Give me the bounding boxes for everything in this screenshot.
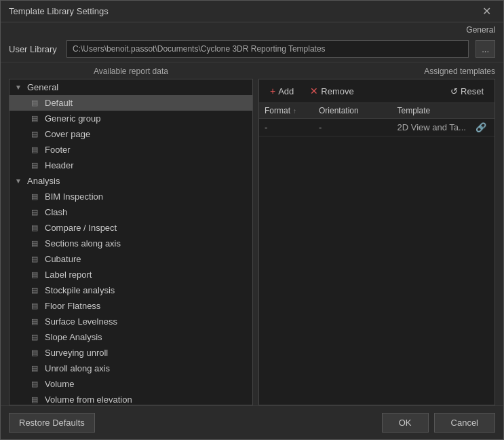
- reset-label: Reset: [461, 86, 484, 96]
- sort-format-icon: ↑: [293, 107, 296, 115]
- item-icon-bim: ▤: [31, 192, 41, 201]
- tree-item-footer[interactable]: ▤ Footer: [9, 142, 252, 158]
- tree-item-surveying-unroll[interactable]: ▤ Surveying unroll: [9, 345, 252, 361]
- bottom-bar: Restore Defaults OK Cancel: [1, 405, 503, 439]
- add-icon: +: [270, 86, 275, 96]
- item-icon-sections: ▤: [31, 239, 41, 248]
- tree-item-label: Label report: [45, 270, 92, 280]
- tree-item-bim-inspection[interactable]: ▤ BIM Inspection: [9, 189, 252, 204]
- tree-item-label: Volume from elevation: [45, 395, 132, 405]
- title-bar: Template Library Settings ✕: [1, 1, 503, 22]
- tree-item-sections-along-axis[interactable]: ▤ Sections along axis: [9, 236, 252, 251]
- ok-button[interactable]: OK: [382, 413, 429, 433]
- tree-container[interactable]: ▼ General ▤ Default ▤ Generic group ▤ Co…: [9, 79, 253, 405]
- col-orientation-header[interactable]: Orientation: [319, 106, 398, 115]
- tree-item-default[interactable]: ▤ Default: [9, 95, 252, 111]
- tree-item-compare-inspect[interactable]: ▤ Compare / Inspect: [9, 220, 252, 236]
- tree-item-label: Compare / Inspect: [45, 223, 117, 233]
- item-icon-stockpile: ▤: [31, 286, 41, 295]
- col-link-header: [476, 106, 489, 115]
- tree-item-cover-page[interactable]: ▤ Cover page: [9, 126, 252, 142]
- tree-item-header[interactable]: ▤ Header: [9, 158, 252, 173]
- table-header: Format ↑ Orientation Template: [259, 103, 495, 119]
- row-orientation: -: [319, 122, 398, 132]
- add-label: Add: [278, 86, 294, 96]
- tree-item-label: Header: [45, 160, 74, 170]
- tree-item-label: Cubature: [45, 254, 81, 264]
- cancel-button[interactable]: Cancel: [434, 413, 495, 433]
- tree-item-unroll-along-axis[interactable]: ▤ Unroll along axis: [9, 361, 252, 376]
- col-format-header[interactable]: Format ↑: [265, 106, 319, 115]
- assigned-toolbar: + Add ✕ Remove ↺ Reset: [259, 79, 495, 103]
- reset-icon: ↺: [450, 86, 458, 96]
- user-library-row: User Library ...: [1, 36, 503, 62]
- item-icon-default: ▤: [31, 98, 41, 107]
- tree-item-label: Surface Levelness: [45, 316, 117, 327]
- item-icon-generic: ▤: [31, 114, 41, 123]
- tree-item-label: Volume: [45, 379, 74, 389]
- tree-item-label: Floor Flatness: [45, 301, 100, 311]
- remove-button[interactable]: ✕ Remove: [305, 84, 359, 98]
- item-icon-slope: ▤: [31, 333, 41, 342]
- tree-item-floor-flatness[interactable]: ▤ Floor Flatness: [9, 298, 252, 314]
- tree-item-label: Generic group: [45, 113, 100, 124]
- tree-item-label: Footer: [45, 145, 71, 155]
- item-icon-surface: ▤: [31, 317, 41, 326]
- tree-item-label: Surveying unroll: [45, 348, 108, 358]
- close-icon: ✕: [482, 5, 491, 17]
- available-report-data-header: Available report data: [9, 62, 253, 79]
- item-icon-floor: ▤: [31, 301, 41, 310]
- item-icon-label-report: ▤: [31, 270, 41, 279]
- close-button[interactable]: ✕: [478, 5, 495, 18]
- main-content: Available report data ▼ General ▤ Defaul…: [1, 62, 503, 405]
- dialog-title: Template Library Settings: [9, 6, 109, 16]
- row-template: 2D View and Ta...: [398, 122, 476, 132]
- table-row[interactable]: - - 2D View and Ta... 🔗: [259, 119, 495, 136]
- tree-item-slope-analysis[interactable]: ▤ Slope Analysis: [9, 329, 252, 345]
- item-icon-compare: ▤: [31, 223, 41, 232]
- browse-button[interactable]: ...: [476, 40, 495, 58]
- general-tab-label: General: [1, 22, 503, 36]
- reset-button[interactable]: ↺ Reset: [445, 84, 489, 98]
- col-template-header[interactable]: Template: [398, 106, 476, 115]
- item-icon-cubature: ▤: [31, 255, 41, 263]
- remove-icon: ✕: [310, 86, 318, 96]
- right-panel: Assigned templates + Add ✕ Remove ↺ Rese…: [258, 62, 495, 405]
- assigned-templates-container: + Add ✕ Remove ↺ Reset Format: [258, 79, 495, 405]
- item-icon-footer: ▤: [31, 145, 41, 154]
- item-icon-unroll: ▤: [31, 364, 41, 373]
- user-library-label: User Library: [9, 44, 60, 54]
- remove-label: Remove: [321, 86, 353, 96]
- tree-item-label: Sections along axis: [45, 238, 121, 249]
- restore-defaults-button[interactable]: Restore Defaults: [9, 413, 95, 433]
- item-icon-clash: ▤: [31, 208, 41, 217]
- tree-group-analysis[interactable]: ▼ Analysis: [9, 173, 252, 189]
- tree-item-surface-levelness[interactable]: ▤ Surface Levelness: [9, 314, 252, 329]
- tree-group-general[interactable]: ▼ General: [9, 79, 252, 95]
- expand-general-icon: ▼: [15, 84, 23, 91]
- item-icon-surveying: ▤: [31, 348, 41, 357]
- tree-item-volume[interactable]: ▤ Volume: [9, 376, 252, 392]
- tree-item-label: Slope Analysis: [45, 332, 102, 342]
- table-body: - - 2D View and Ta... 🔗: [259, 119, 495, 405]
- item-icon-volume-elev: ▤: [31, 395, 41, 404]
- tree-item-label: Unroll along axis: [45, 363, 110, 373]
- tree-item-stockpile[interactable]: ▤ Stockpile analysis: [9, 282, 252, 298]
- tree-item-label: Default: [45, 98, 73, 108]
- tree-item-clash[interactable]: ▤ Clash: [9, 204, 252, 220]
- tree-item-label: BIM Inspection: [45, 191, 103, 202]
- tree-item-generic-group[interactable]: ▤ Generic group: [9, 111, 252, 126]
- user-library-path-input[interactable]: [66, 40, 469, 58]
- tree-item-label-report[interactable]: ▤ Label report: [9, 267, 252, 282]
- tree-item-volume-from-elevation[interactable]: ▤ Volume from elevation: [9, 392, 252, 405]
- dialog-buttons: OK Cancel: [382, 413, 495, 433]
- row-format: -: [265, 122, 319, 132]
- tree-item-cubature[interactable]: ▤ Cubature: [9, 251, 252, 267]
- tree-item-label: Clash: [45, 207, 67, 217]
- row-link-icon[interactable]: 🔗: [476, 122, 489, 132]
- add-button[interactable]: + Add: [265, 84, 299, 98]
- item-icon-volume: ▤: [31, 380, 41, 388]
- left-panel: Available report data ▼ General ▤ Defaul…: [9, 62, 253, 405]
- item-icon-cover: ▤: [31, 130, 41, 139]
- expand-analysis-icon: ▼: [15, 177, 23, 185]
